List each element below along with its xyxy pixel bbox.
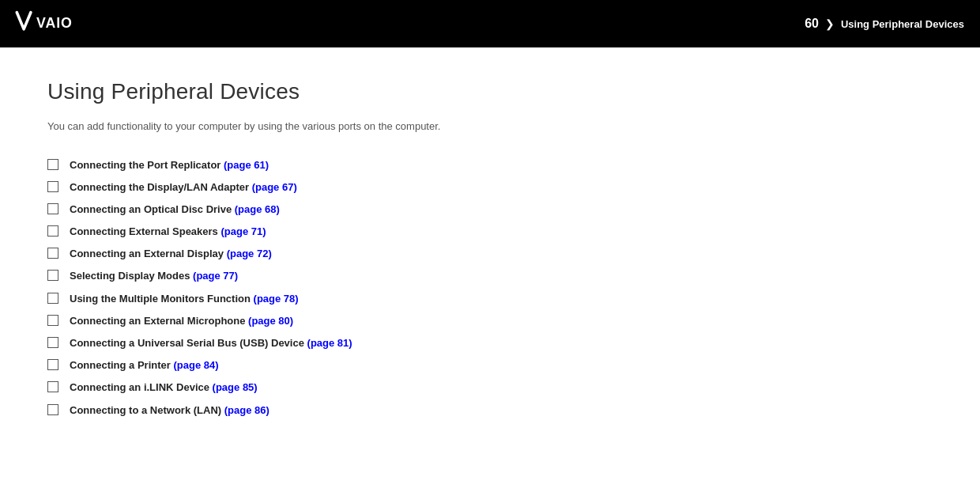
header-right: 60 ❯ Using Peripheral Devices [805, 17, 964, 31]
list-item-text: Using the Multiple Monitors Function [70, 293, 254, 305]
list-item-link[interactable]: (page 84) [173, 359, 218, 371]
list-item-text: Connecting an External Microphone [70, 315, 248, 327]
list-item: Connecting an Optical Disc Drive (page 6… [47, 202, 933, 217]
list-item-content: Connecting External Speakers (page 71) [70, 225, 266, 239]
list-item-link[interactable]: (page 78) [254, 293, 299, 305]
list-item-link[interactable]: (page 85) [213, 381, 258, 393]
list-item-link[interactable]: (page 80) [248, 315, 293, 327]
page-title: Using Peripheral Devices [47, 79, 933, 104]
list-item-link[interactable]: (page 81) [307, 337, 352, 349]
list-item-link[interactable]: (page 61) [224, 159, 269, 171]
checkbox-icon [47, 181, 58, 192]
checkbox-icon [47, 315, 58, 326]
list-item-content: Selecting Display Modes (page 77) [70, 269, 238, 283]
list-item: Connecting an External Microphone (page … [47, 314, 933, 328]
checkbox-icon [47, 159, 58, 170]
list-item-text: Connecting a Universal Serial Bus (USB) … [70, 337, 307, 349]
list-item-link[interactable]: (page 67) [252, 181, 297, 193]
list-item: Connecting a Printer (page 84) [47, 358, 933, 373]
list-item: Connecting External Speakers (page 71) [47, 225, 933, 239]
list-item: Connecting the Display/LAN Adapter (page… [47, 180, 933, 195]
list-item: Connecting a Universal Serial Bus (USB) … [47, 336, 933, 350]
list-item-content: Connecting an External Microphone (page … [70, 314, 293, 328]
list-item-text: Connecting a Printer [70, 359, 173, 371]
page-number: 60 [805, 17, 819, 31]
list-item: Selecting Display Modes (page 77) [47, 269, 933, 283]
logo-area: VAIO [13, 9, 100, 38]
list-item-content: Connecting a Universal Serial Bus (USB) … [70, 336, 352, 350]
checkbox-icon [47, 225, 58, 237]
checkbox-icon [47, 203, 58, 214]
list-item-link[interactable]: (page 71) [220, 225, 266, 237]
checkbox-icon [47, 270, 58, 281]
checkbox-icon [47, 293, 58, 304]
list-item-text: Connecting an i.LINK Device [70, 381, 213, 393]
list-item-content: Connecting a Printer (page 84) [70, 358, 219, 373]
checkbox-icon [47, 248, 58, 259]
list-item-text: Connecting the Display/LAN Adapter [70, 181, 252, 193]
checkbox-icon [47, 359, 58, 370]
list-item: Using the Multiple Monitors Function (pa… [47, 292, 933, 306]
list-item-content: Connecting an Optical Disc Drive (page 6… [70, 202, 280, 217]
list-item-text: Connecting to a Network (LAN) [70, 404, 224, 416]
list-item-content: Using the Multiple Monitors Function (pa… [70, 292, 299, 306]
chevron-icon: ❯ [825, 17, 835, 30]
items-list: Connecting the Port Replicator (page 61)… [47, 158, 933, 418]
checkbox-icon [47, 381, 58, 392]
list-item: Connecting to a Network (LAN) (page 86) [47, 403, 933, 418]
checkbox-icon [47, 404, 58, 415]
list-item-text: Connecting an External Display [70, 248, 227, 259]
checkbox-icon [47, 337, 58, 348]
vaio-logo: VAIO [13, 9, 100, 38]
list-item-content: Connecting an External Display (page 72) [70, 247, 272, 261]
list-item-text: Connecting the Port Replicator [70, 159, 224, 171]
main-content: Using Peripheral Devices You can add fun… [0, 47, 980, 441]
list-item-link[interactable]: (page 77) [193, 270, 238, 282]
list-item-link[interactable]: (page 86) [224, 404, 270, 416]
header-section-title: Using Peripheral Devices [841, 18, 964, 30]
list-item-text: Selecting Display Modes [70, 270, 193, 282]
header: VAIO 60 ❯ Using Peripheral Devices [0, 0, 980, 47]
page-description: You can add functionality to your comput… [47, 119, 933, 134]
list-item: Connecting the Port Replicator (page 61) [47, 158, 933, 172]
list-item-content: Connecting the Display/LAN Adapter (page… [70, 180, 297, 195]
list-item-content: Connecting an i.LINK Device (page 85) [70, 380, 258, 395]
list-item-text: Connecting External Speakers [70, 225, 220, 237]
list-item-text: Connecting an Optical Disc Drive [70, 203, 235, 215]
svg-text:VAIO: VAIO [36, 15, 73, 31]
list-item: Connecting an i.LINK Device (page 85) [47, 380, 933, 395]
list-item: Connecting an External Display (page 72) [47, 247, 933, 261]
list-item-content: Connecting to a Network (LAN) (page 86) [70, 403, 270, 418]
list-item-link[interactable]: (page 68) [235, 203, 280, 215]
list-item-link[interactable]: (page 72) [227, 248, 272, 259]
list-item-content: Connecting the Port Replicator (page 61) [70, 158, 269, 172]
